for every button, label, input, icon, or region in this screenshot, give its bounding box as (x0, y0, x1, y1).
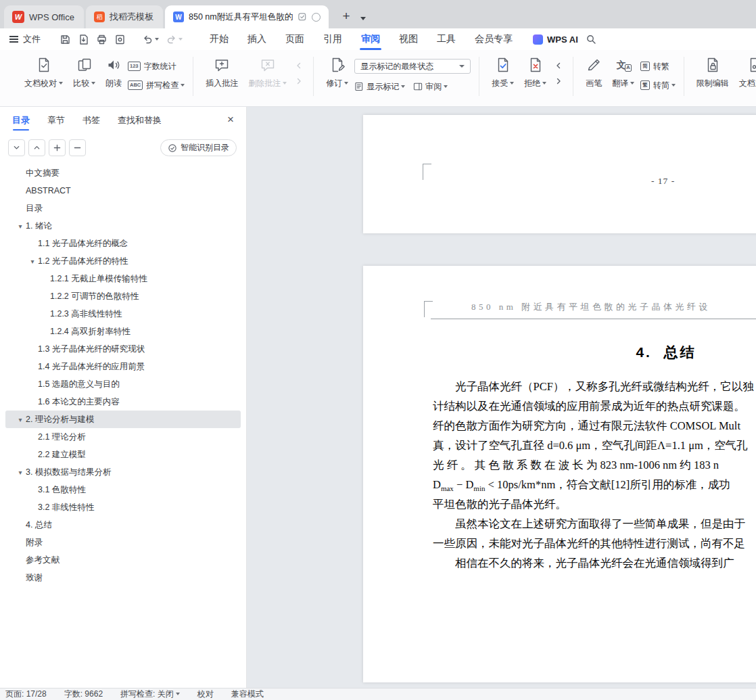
menu-tab[interactable]: 引用 (314, 28, 352, 50)
page-17[interactable]: - 17 - (363, 115, 756, 233)
expand-arrow-icon[interactable]: ▾ (15, 223, 26, 230)
tab-sync-icon[interactable] (312, 13, 321, 22)
menu-tab[interactable]: 会员专享 (465, 28, 522, 50)
expand-arrow-icon[interactable]: ▾ (15, 469, 26, 476)
toc-item[interactable]: ▾ 2.1 理论分析 (5, 428, 241, 446)
toc-item[interactable]: ▾ 目录 (5, 200, 241, 217)
tab-docer-template[interactable]: 稻 找稻壳模板 (86, 5, 163, 28)
collapse-all-button[interactable] (8, 139, 25, 156)
search-button[interactable] (583, 31, 599, 47)
print-button[interactable] (93, 30, 110, 48)
document-line[interactable]: 平坦色散的光子晶体光纤。 (433, 494, 756, 514)
next-revision-icon[interactable] (552, 76, 565, 87)
sidebar-tab[interactable]: 书签 (82, 107, 100, 134)
close-sidebar-button[interactable]: × (227, 114, 234, 125)
export-pdf-button[interactable] (75, 30, 92, 48)
accept-button[interactable]: 接受 (488, 54, 518, 89)
expand-arrow-icon[interactable]: ▾ (15, 416, 26, 423)
menu-tab[interactable]: 插入 (238, 28, 276, 50)
toc-item[interactable]: ▾ 1.1 光子晶体光纤的概念 (5, 235, 241, 252)
to-traditional-button[interactable]: 简 转繁 (640, 60, 676, 73)
tab-wps-office[interactable]: W WPS Office (4, 5, 84, 28)
toc-item[interactable]: ▾ 1.2.2 可调节的色散特性 (5, 287, 241, 305)
print-preview-button[interactable] (112, 30, 128, 48)
paint-pen-button[interactable]: 画笔 (582, 54, 606, 89)
spell-check-button[interactable]: ABC 拼写检查 (128, 78, 185, 92)
toc-item[interactable]: ▾ 1.3 光子晶体光纤的研究现状 (5, 340, 241, 358)
redo-chevron-icon[interactable] (179, 38, 183, 41)
expand-all-button[interactable] (28, 139, 45, 156)
file-menu-button[interactable]: 文件 (9, 28, 41, 50)
toc-item[interactable]: ▾ 1.5 选题的意义与目的 (5, 375, 241, 393)
menu-tab[interactable]: 开始 (200, 28, 238, 50)
document-line[interactable]: 纤的色散方面作为研究方向，通过有限元法软件 COMSOL Mult (433, 416, 756, 436)
menu-tab[interactable]: 审阅 (352, 28, 389, 50)
toc-item[interactable]: ▾ 1.6 本论文的主要内容 (5, 393, 241, 411)
redo-button[interactable] (163, 30, 185, 48)
document-line[interactable]: 计结构以及在光通信领域的应用前景成为近年的热点研究课题。 (433, 396, 756, 416)
toc-item[interactable]: ▾ 2.2 建立模型 (5, 446, 241, 463)
doc-encrypt-button[interactable]: 文档加密 (735, 54, 756, 89)
markup-state-select[interactable]: 显示标记的最终状态 (354, 59, 471, 74)
sidebar-tab[interactable]: 查找和替换 (118, 107, 162, 134)
proofread-status-button[interactable]: 校对 (197, 689, 214, 700)
toc-item[interactable]: ▾ 附录 (5, 534, 241, 551)
page-18[interactable]: 850 nm 附近具有平坦色散的光子晶体光纤设 4. 总结 光子晶体光纤（PCF… (363, 266, 756, 682)
document-line[interactable]: 真，设计了空气孔直径 d=0.6 μm，空气孔间距Λ=1.1 μm，空气孔 (433, 436, 756, 455)
toc-item[interactable]: ▾ 3. 模拟数据与结果分析 (5, 463, 241, 481)
zoom-out-button[interactable] (69, 139, 86, 156)
toc-item[interactable]: ▾ 1.2.3 高非线性特性 (5, 305, 241, 323)
toc-item[interactable]: ▾ 中文摘要 (5, 164, 241, 182)
toc-item[interactable]: ▾ 致谢 (5, 569, 241, 586)
toc-item[interactable]: ▾ 1. 绪论 (5, 217, 241, 235)
toc-item[interactable]: ▾ 3.2 非线性特性 (5, 498, 241, 516)
toc-item[interactable]: ▾ 1.4 光子晶体光纤的应用前景 (5, 358, 241, 375)
toc-item[interactable]: ▾ 1.2.1 无截止单模传输特性 (5, 270, 241, 287)
document-line[interactable]: 光子晶体光纤（PCF），又称多孔光纤或微结构光纤，它以独 (433, 377, 756, 396)
save-button[interactable] (57, 30, 74, 48)
insert-comment-button[interactable]: 插入批注 (202, 54, 242, 89)
undo-button[interactable] (139, 30, 162, 48)
toc-item[interactable]: ▾ 1.2 光子晶体光纤的特性 (5, 252, 241, 270)
show-markup-button[interactable]: 显示标记 (354, 80, 405, 93)
tab-list-chevron-icon[interactable] (360, 17, 366, 20)
page-header-text[interactable]: 850 nm 附近具有平坦色散的光子晶体光纤设 (471, 301, 711, 313)
toc-item[interactable]: ▾ 参考文献 (5, 551, 241, 569)
document-line-formula[interactable]: Dmax − Dmin < 10ps/km*nm，符合文献[12]所引用的标准，… (433, 475, 756, 494)
translate-button[interactable]: 文A 翻译 (608, 54, 638, 89)
toc-item[interactable]: ▾ 2. 理论分析与建模 (5, 411, 241, 428)
review-pane-button[interactable]: 审阅 (413, 80, 448, 93)
menu-tab[interactable]: 工具 (427, 28, 465, 50)
word-count-button[interactable]: 123 字数统计 (128, 60, 185, 73)
new-tab-button[interactable]: + (337, 7, 355, 25)
document-line[interactable]: 相信在不久的将来，光子晶体光纤会在光通信领域得到广 (433, 553, 756, 573)
previous-revision-icon[interactable] (552, 60, 565, 71)
spellcheck-indicator[interactable]: 拼写检查: 关闭 (120, 689, 180, 700)
to-simplified-button[interactable]: 繁 转简 (640, 78, 676, 92)
doc-proofread-button[interactable]: 文档校对 (20, 54, 67, 89)
document-line[interactable]: 一些原因，未能对光子晶体光纤的其他特性进行测试，尚有不足 (433, 534, 756, 553)
read-aloud-button[interactable]: 朗读 (101, 54, 126, 89)
toc-item[interactable]: ▾ 4. 总结 (5, 516, 241, 534)
zoom-in-button[interactable] (49, 139, 66, 156)
menu-tab[interactable]: 页面 (276, 28, 314, 50)
toc-item[interactable]: ▾ ABSTRACT (5, 182, 241, 200)
toc-item[interactable]: ▾ 1.2.4 高双折射率特性 (5, 323, 241, 340)
undo-chevron-icon[interactable] (155, 38, 159, 41)
smart-toc-button[interactable]: 智能识别目录 (160, 139, 237, 156)
tab-document[interactable]: W 850 nm附近具有平坦色散的光 (165, 5, 329, 28)
reject-button[interactable]: 拒绝 (520, 54, 550, 89)
expand-arrow-icon[interactable]: ▾ (27, 258, 38, 265)
compare-button[interactable]: 比较 (69, 54, 99, 89)
section-heading[interactable]: 4. 总结 (433, 343, 756, 362)
sidebar-tab[interactable]: 章节 (47, 107, 65, 134)
track-changes-button[interactable]: 修订 (322, 54, 352, 89)
sidebar-tab[interactable]: 目录 (12, 107, 30, 134)
word-count-indicator[interactable]: 字数: 9662 (64, 689, 103, 700)
document-line[interactable]: 虽然本论文在上述研究方面取得了一些简单成果，但是由于 (433, 514, 756, 534)
restrict-editing-button[interactable]: 限制编辑 (692, 54, 733, 89)
menu-tab[interactable]: 视图 (389, 28, 427, 50)
page-indicator[interactable]: 页面: 17/28 (5, 689, 47, 700)
toc-item[interactable]: ▾ 3.1 色散特性 (5, 481, 241, 498)
wps-ai-button[interactable]: WPS AI (533, 28, 578, 50)
